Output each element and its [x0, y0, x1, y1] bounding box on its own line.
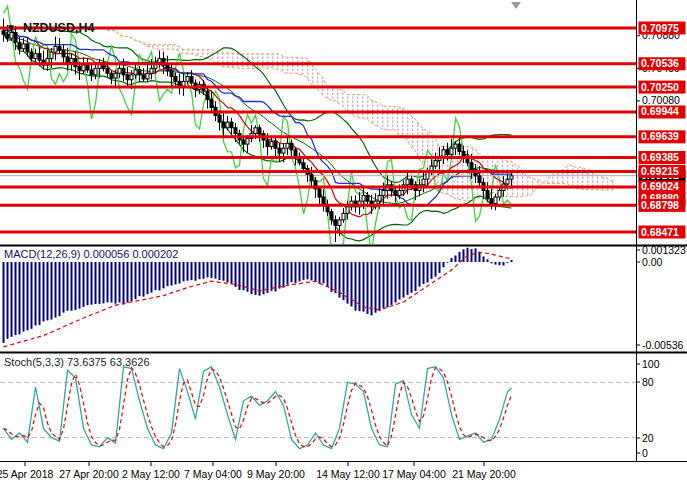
candle-body	[170, 71, 173, 77]
level-price-box-label: 0.69215	[641, 165, 679, 177]
candle-body	[510, 176, 513, 179]
macd-bar	[31, 262, 33, 329]
time-axis-label: 27 Apr 20:00	[59, 468, 119, 480]
candle-body	[278, 148, 281, 153]
candle-body	[394, 191, 397, 196]
candle-body	[318, 189, 321, 197]
macd-bar	[435, 262, 437, 277]
candle-body	[450, 148, 453, 155]
macd-bar	[447, 262, 449, 263]
candle-body	[94, 68, 97, 75]
candle-body	[382, 191, 385, 196]
macd-bar	[455, 255, 457, 262]
candle-body	[122, 68, 125, 75]
level-price-box-label: 0.70250	[641, 81, 679, 93]
level-lines-layer	[0, 28, 636, 232]
macd-bar	[75, 262, 77, 310]
macd-bar	[19, 262, 21, 334]
macd-bar	[175, 262, 177, 284]
macd-bar	[315, 262, 317, 282]
macd-bar	[131, 262, 133, 301]
macd-bar	[159, 262, 161, 290]
macd-bar	[127, 262, 129, 303]
macd-bar	[287, 262, 289, 284]
stoch-scale-label: 0	[642, 447, 648, 459]
macd-bar	[211, 262, 213, 278]
macd-bar	[503, 262, 505, 266]
time-axis[interactable]: 25 Apr 201827 Apr 20:002 May 12:007 May …	[0, 462, 516, 480]
candle-body	[334, 220, 337, 226]
scroll-marker-icon[interactable]	[511, 2, 521, 9]
stoch-k-line	[4, 367, 512, 449]
chart-window: 0.708800.704800.700800.691620.688800.709…	[0, 0, 687, 488]
level-price-box-label: 0.68798	[641, 199, 679, 211]
level-price-box-label: 0.70536	[641, 57, 679, 69]
macd-bar	[495, 262, 497, 265]
macd-bar	[423, 262, 425, 284]
macd-bar	[83, 262, 85, 307]
macd-bar	[471, 249, 473, 262]
macd-bar	[371, 262, 373, 315]
candle-body	[206, 91, 209, 99]
macd-bar	[163, 262, 165, 288]
macd-bar	[203, 262, 205, 279]
macd-bar	[263, 262, 265, 294]
macd-bar	[151, 262, 153, 293]
candle-body	[290, 143, 293, 150]
macd-bar	[195, 262, 197, 281]
main-panel[interactable]	[0, 6, 636, 253]
macd-bar	[27, 262, 29, 330]
macd-panel[interactable]	[3, 248, 513, 347]
chart-canvas[interactable]: 0.708800.704800.700800.691620.688800.709…	[0, 0, 687, 488]
macd-bar	[367, 262, 369, 314]
macd-bar	[499, 262, 501, 265]
candle-body	[346, 207, 349, 214]
macd-bar	[39, 262, 41, 325]
candle-body	[210, 99, 213, 107]
macd-bar	[283, 262, 285, 288]
macd-scale-label: -0.00536	[642, 339, 684, 351]
macd-bar	[307, 262, 309, 279]
macd-bar	[123, 262, 125, 304]
candle-body	[458, 144, 461, 151]
candle-body	[18, 42, 21, 49]
macd-bar	[419, 262, 421, 287]
candle-body	[134, 70, 137, 75]
candle-body	[246, 138, 249, 144]
macd-bar	[231, 262, 233, 284]
stoch-scale-label: 20	[642, 432, 654, 444]
candle-body	[282, 148, 285, 153]
candle-body	[166, 65, 169, 71]
macd-bar	[3, 262, 5, 343]
level-price-box-label: 0.69639	[641, 130, 679, 142]
candle-body	[146, 73, 149, 79]
candle-body	[130, 75, 133, 80]
macd-bar	[23, 262, 25, 332]
symbol-marker-icon[interactable]: ▼	[6, 23, 16, 33]
candle-body	[22, 44, 25, 49]
macd-bar	[303, 262, 305, 280]
macd-bar	[379, 262, 381, 311]
stoch-panel[interactable]	[0, 367, 636, 449]
macd-bar	[179, 262, 181, 284]
candle-body	[30, 52, 33, 59]
macd-bar	[383, 262, 385, 308]
candle-body	[182, 81, 185, 86]
macd-bar	[427, 262, 429, 282]
macd-bar	[479, 252, 481, 262]
candle-body	[142, 75, 145, 79]
macd-bar	[375, 262, 377, 313]
candle-body	[462, 151, 465, 156]
macd-bar	[63, 262, 65, 313]
candle-body	[378, 195, 381, 201]
candle-body	[114, 73, 117, 78]
macd-bar	[439, 262, 441, 273]
candle-body	[66, 57, 69, 63]
time-axis-label: 7 May 04:00	[184, 468, 242, 480]
candle-body	[26, 44, 29, 52]
macd-bar	[207, 262, 209, 277]
macd-bar	[235, 262, 237, 287]
price-scale[interactable]: 0.708800.704800.700800.691620.688800.709…	[636, 22, 686, 459]
candle-body	[86, 65, 89, 70]
macd-bar	[319, 262, 321, 284]
